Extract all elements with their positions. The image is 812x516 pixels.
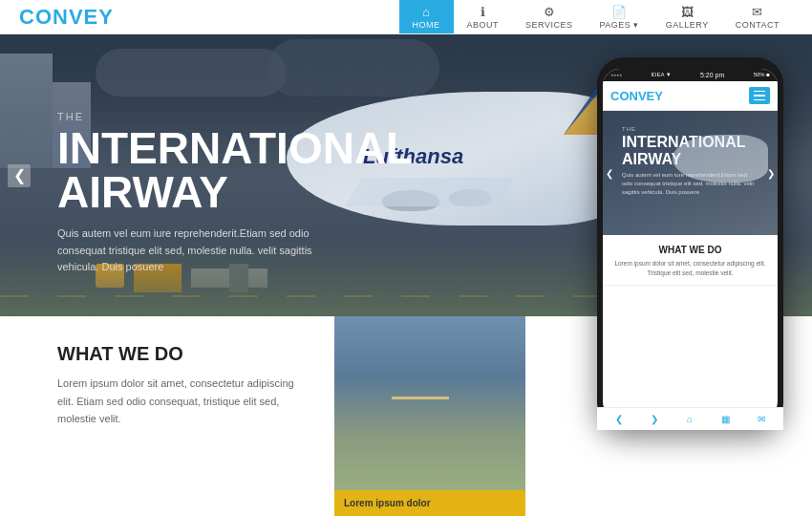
nav-item-contact[interactable]: ✉ CONTACT	[722, 0, 793, 33]
phone-logo: CONVEY	[610, 89, 663, 103]
nav-label-gallery: GALLERY	[666, 20, 709, 30]
phone-time: 5:20 pm	[700, 72, 724, 78]
header: CONVEY ⌂ HOME ℹ ABOUT ⚙ SERVICES 📄 PAGES…	[0, 0, 812, 34]
phone-what-we-do: WHAT WE DO Lorem ipsum dolor sit amet, c…	[603, 235, 778, 286]
hero-description: Quis autem vel eum iure reprehenderit.Et…	[57, 226, 325, 276]
building-left	[0, 54, 53, 168]
nav-item-services[interactable]: ⚙ SERVICES	[512, 0, 586, 33]
phone-prev-arrow[interactable]: ❮	[606, 168, 613, 179]
menu-line-1	[754, 91, 765, 93]
image-caption: Lorem ipsum dolor	[334, 490, 525, 516]
phone-battery: 50% ■	[754, 72, 770, 78]
phone-menu-button[interactable]	[749, 87, 770, 104]
gallery-icon: 🖼	[681, 5, 694, 19]
nav-item-about[interactable]: ℹ ABOUT	[454, 0, 513, 33]
nav-item-pages[interactable]: 📄 PAGES ▾	[586, 0, 652, 33]
services-icon: ⚙	[544, 5, 555, 19]
phone-screen: IDEA ▼ 5:20 pm 50% ■ CONVEY ❮ ❯ THE	[603, 69, 778, 419]
phone-back-icon[interactable]: ❮	[615, 414, 623, 419]
hero-content: THE INTERNATIONAL AIRWAY Quis autem vel …	[57, 111, 363, 276]
hero-prev-arrow[interactable]: ❮	[8, 164, 31, 187]
phone-mail-icon[interactable]: ✉	[758, 414, 765, 419]
phone-what-title: WHAT WE DO	[612, 245, 768, 255]
phone-grid-icon[interactable]: ▦	[721, 414, 730, 419]
menu-line-2	[754, 95, 765, 97]
about-icon: ℹ	[481, 5, 485, 19]
phone-what-text: Lorem ipsum dolor sit amet, consectetur …	[612, 259, 768, 279]
what-we-do: WHAT WE DO Lorem ipsum dolor sit amet, c…	[0, 316, 334, 516]
phone-carrier: IDEA ▼	[651, 72, 671, 78]
boat-silhouette	[392, 397, 449, 399]
nav-item-home[interactable]: ⌂ HOME	[399, 0, 454, 33]
nav-label-about: ABOUT	[467, 20, 500, 30]
phone-next-arrow[interactable]: ❯	[767, 168, 775, 179]
phone-forward-icon[interactable]: ❯	[651, 414, 658, 419]
phone-bottom-bar[interactable]: ❮ ❯ ⌂ ▦ ✉	[603, 407, 778, 419]
nav-label-contact: CONTACT	[736, 20, 780, 30]
phone-hero-the: THE	[622, 126, 759, 132]
plane-wing	[345, 178, 514, 206]
phone-plane	[673, 135, 768, 183]
nav-label-home: HOME	[413, 20, 440, 30]
phone-body: IDEA ▼ 5:20 pm 50% ■ CONVEY ❮ ❯ THE	[597, 57, 783, 430]
image-background	[334, 316, 525, 516]
nav-item-gallery[interactable]: 🖼 GALLERY	[652, 0, 722, 33]
logo: CONVEY	[19, 5, 114, 30]
phone-home-icon[interactable]: ⌂	[687, 414, 693, 419]
nav-label-services: SERVICES	[525, 20, 572, 30]
what-we-do-text: Lorem ipsum dolor sit amet, consectetur …	[57, 375, 306, 428]
hero-title: INTERNATIONAL AIRWAY	[57, 126, 363, 214]
main-nav: ⌂ HOME ℹ ABOUT ⚙ SERVICES 📄 PAGES ▾ 🖼 GA…	[399, 0, 793, 33]
what-we-do-title: WHAT WE DO	[57, 343, 306, 365]
cloud-2	[267, 39, 439, 97]
phone-header: CONVEY	[603, 81, 778, 111]
phone-hero: ❮ ❯ THE INTERNATIONAL AIRWAY Quis autem …	[603, 111, 778, 235]
menu-line-3	[754, 99, 765, 101]
contact-icon: ✉	[752, 5, 762, 19]
cloud-1	[96, 49, 287, 97]
pages-icon: 📄	[611, 5, 627, 19]
phone-mockup: IDEA ▼ 5:20 pm 50% ■ CONVEY ❮ ❯ THE	[597, 57, 783, 430]
home-icon: ⌂	[422, 5, 430, 19]
phone-status-bar: IDEA ▼ 5:20 pm 50% ■	[603, 69, 778, 81]
bottom-image: Lorem ipsum dolor	[334, 316, 525, 516]
hero-the-label: THE	[57, 111, 363, 122]
nav-label-pages: PAGES ▾	[599, 20, 638, 30]
